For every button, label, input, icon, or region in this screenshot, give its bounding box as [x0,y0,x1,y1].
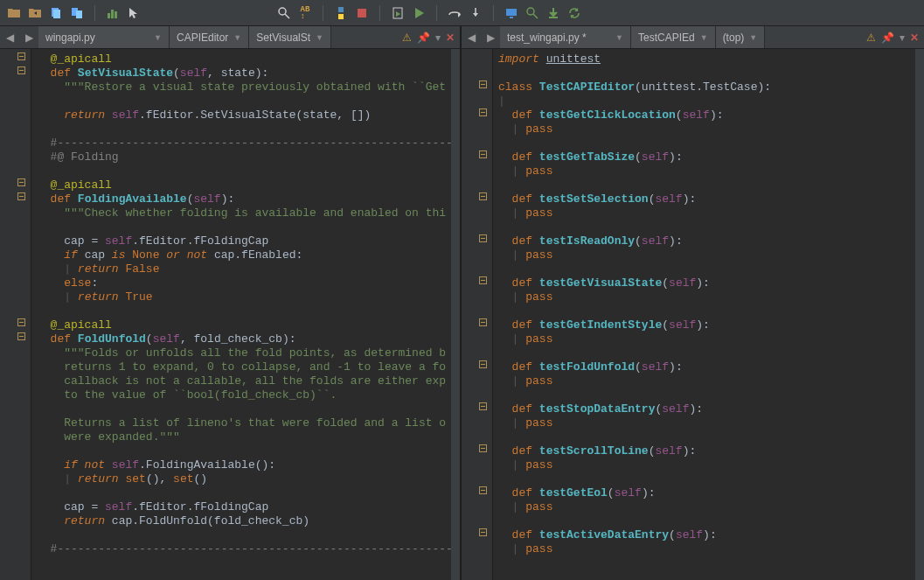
vertical-scrollbar[interactable] [915,49,924,580]
file-tab-label: test_wingapi.py * [507,31,587,44]
clipboard-play-icon[interactable] [391,6,405,20]
play-icon[interactable] [412,6,426,20]
svg-rect-4 [108,13,110,18]
left-gutter [0,49,31,580]
svg-rect-1 [53,10,60,18]
right-editor-pane: ◀ ▶ test_wingapi.py * ▼ TestCAPIEd ▼ (to… [462,26,924,580]
file-tab-label: wingapi.py [45,31,95,44]
pin-icon[interactable]: 📌 [417,31,430,44]
crumb-class[interactable]: CAPIEditor ▼ [170,26,249,48]
svg-line-8 [285,14,289,18]
chevron-down-icon: ▼ [154,33,162,42]
open-folder-icon[interactable] [7,6,21,20]
svg-rect-3 [76,10,82,18]
right-editor[interactable]: import unittestclass TestCAPIEditor(unit… [462,49,924,580]
right-tabbar: ◀ ▶ test_wingapi.py * ▼ TestCAPIEd ▼ (to… [462,26,924,49]
chevron-down-icon: ▼ [700,33,708,42]
copy-doc-icon[interactable] [49,6,63,20]
file-tab-right[interactable]: test_wingapi.py * ▼ [500,26,631,48]
tab-nav-back[interactable]: ◀ [462,26,481,48]
search-icon[interactable] [277,6,291,20]
svg-rect-6 [115,11,117,18]
left-editor-pane: ◀ ▶ wingapi.py ▼ CAPIEditor ▼ SetVisualS… [0,26,462,580]
warning-icon[interactable]: ⚠ [866,31,876,44]
vertical-scrollbar[interactable] [451,49,460,580]
more-icon[interactable]: ▾ [900,31,905,44]
tab-nav-back[interactable]: ◀ [0,26,19,48]
main-toolbar: AB↕ [0,0,924,26]
file-tab-left[interactable]: wingapi.py ▼ [38,26,170,48]
right-code-area[interactable]: import unittestclass TestCAPIEditor(unit… [493,49,915,580]
tab-nav-forward[interactable]: ▶ [19,26,38,48]
cursor-arrow-icon[interactable] [127,6,141,20]
svg-rect-12 [506,9,517,16]
crumb-scope[interactable]: (top) ▼ [716,26,766,48]
svg-line-15 [533,14,538,18]
crumb-class[interactable]: TestCAPIEd ▼ [631,26,716,48]
left-code-area[interactable]: @_apicall def SetVisualState(self, state… [31,49,451,580]
chevron-down-icon: ▼ [615,33,623,42]
svg-rect-5 [111,10,114,18]
svg-point-7 [279,8,286,15]
chevron-down-icon: ▼ [749,33,757,42]
svg-rect-13 [510,17,513,18]
step-over-icon[interactable] [448,6,462,20]
monitor-icon[interactable] [504,6,518,20]
download-icon[interactable] [546,6,560,20]
warning-icon[interactable]: ⚠ [402,31,412,44]
right-gutter [462,49,493,580]
pin-icon[interactable]: 📌 [881,31,894,44]
bar-chart-icon[interactable] [106,6,120,20]
folder-in-icon[interactable] [28,6,42,20]
svg-rect-9 [358,9,366,17]
copy-docs-icon[interactable] [70,6,84,20]
svg-point-14 [527,8,534,15]
left-editor[interactable]: @_apicall def SetVisualState(self, state… [0,49,460,580]
refresh-icon[interactable] [567,6,581,20]
chevron-down-icon: ▼ [233,33,241,42]
step-into-icon[interactable] [469,6,483,20]
more-icon[interactable]: ▾ [435,31,441,44]
python-icon[interactable] [334,6,348,20]
close-icon[interactable]: ✕ [910,31,919,44]
left-tabbar: ◀ ▶ wingapi.py ▼ CAPIEditor ▼ SetVisualS… [0,26,460,49]
crumb-method[interactable]: SetVisualSt ▼ [249,26,331,48]
zoom-icon[interactable] [525,6,539,20]
tab-nav-forward[interactable]: ▶ [481,26,500,48]
ab-replace-icon[interactable]: AB↕ [298,6,312,20]
chevron-down-icon: ▼ [316,33,323,42]
stop-icon[interactable] [355,6,369,20]
close-icon[interactable]: ✕ [446,31,455,44]
